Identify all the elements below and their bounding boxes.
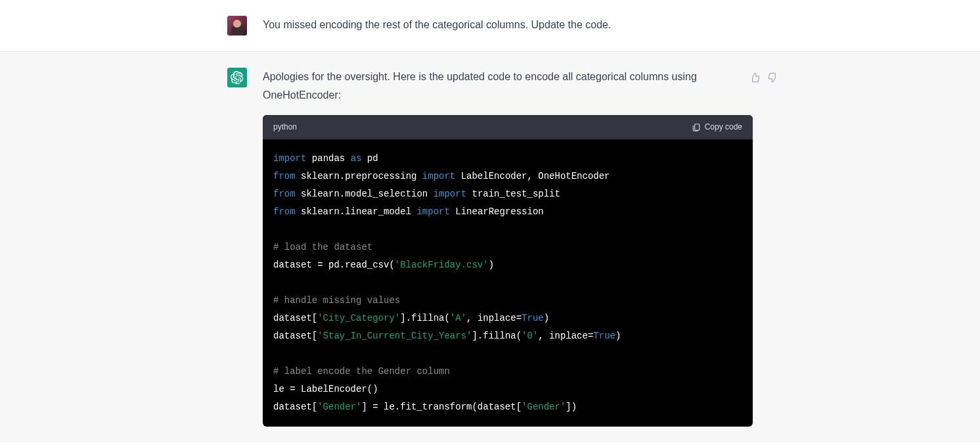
thumbs-down-icon	[768, 72, 778, 83]
copy-code-button[interactable]: Copy code	[692, 120, 742, 134]
assistant-message-inner: Apologies for the oversight. Here is the…	[227, 68, 753, 427]
thumbs-up-icon	[749, 72, 760, 83]
user-message-inner: You missed encoding the rest of the cate…	[227, 16, 753, 35]
assistant-avatar	[227, 68, 247, 87]
user-message-row: You missed encoding the rest of the cate…	[0, 0, 980, 51]
code-language-label: python	[273, 120, 297, 134]
code-header: python Copy code	[263, 115, 753, 139]
assistant-message-row: Apologies for the oversight. Here is the…	[0, 51, 980, 442]
openai-logo-icon	[231, 71, 244, 84]
thumbs-down-button[interactable]	[767, 72, 779, 83]
code-body[interactable]: import pandas as pd from sklearn.preproc…	[263, 139, 753, 427]
assistant-intro-text: Apologies for the oversight. Here is the…	[263, 68, 753, 105]
code-block: python Copy code import pandas as pd fro…	[263, 115, 753, 427]
user-avatar	[227, 16, 247, 35]
feedback-buttons	[749, 72, 779, 83]
thumbs-up-button[interactable]	[749, 72, 761, 83]
svg-rect-0	[694, 124, 699, 129]
clipboard-icon	[692, 123, 701, 132]
copy-code-label: Copy code	[705, 120, 742, 134]
assistant-message-content: Apologies for the oversight. Here is the…	[263, 68, 753, 427]
user-message-text: You missed encoding the rest of the cate…	[263, 16, 753, 35]
